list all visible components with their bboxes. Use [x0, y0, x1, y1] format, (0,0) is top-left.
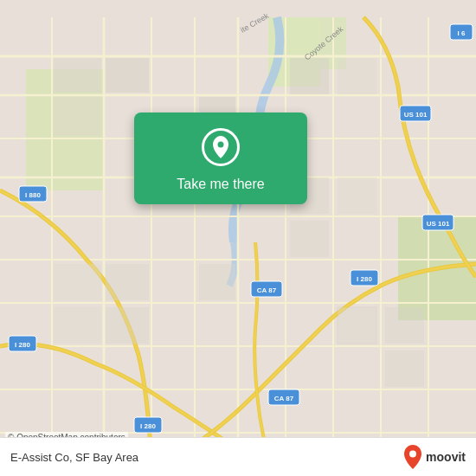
- svg-rect-59: [385, 351, 424, 387]
- location-pin-icon: [211, 136, 230, 158]
- action-card[interactable]: Take me there: [134, 113, 307, 204]
- take-me-there-button[interactable]: Take me there: [177, 177, 264, 192]
- svg-rect-47: [290, 58, 329, 94]
- svg-rect-52: [106, 307, 149, 344]
- svg-rect-51: [106, 264, 149, 300]
- moovit-logo: moovit: [403, 445, 466, 469]
- svg-text:US 101: US 101: [404, 111, 428, 119]
- svg-rect-57: [338, 307, 376, 344]
- moovit-pin-icon: [403, 445, 422, 469]
- svg-rect-49: [54, 264, 101, 300]
- svg-rect-43: [54, 58, 101, 93]
- svg-rect-44: [54, 97, 101, 136]
- location-icon-circle: [202, 128, 240, 166]
- svg-point-63: [409, 451, 416, 458]
- bottom-bar: E-Assist Co, SF Bay Area moovit: [0, 437, 476, 476]
- svg-text:I 880: I 880: [25, 191, 41, 199]
- svg-text:I 6: I 6: [458, 29, 466, 37]
- svg-text:CA 87: CA 87: [257, 286, 277, 294]
- svg-text:I 280: I 280: [15, 341, 30, 349]
- map-background: I 880 I 280 I 280 US 101 US 101 I 6 CA 8…: [0, 0, 476, 476]
- location-name: E-Assist Co, SF Bay Area: [10, 451, 138, 464]
- svg-text:US 101: US 101: [427, 220, 450, 228]
- svg-rect-58: [385, 307, 424, 344]
- svg-rect-56: [338, 177, 376, 214]
- svg-text:I 280: I 280: [140, 422, 156, 430]
- map-container: I 880 I 280 I 280 US 101 US 101 I 6 CA 8…: [0, 0, 476, 476]
- svg-rect-53: [199, 264, 235, 300]
- svg-rect-48: [338, 58, 376, 94]
- svg-point-62: [218, 142, 224, 148]
- svg-text:CA 87: CA 87: [274, 395, 294, 402]
- moovit-text: moovit: [426, 450, 466, 464]
- svg-rect-45: [106, 58, 149, 93]
- svg-rect-55: [290, 221, 329, 257]
- svg-text:I 280: I 280: [357, 275, 372, 283]
- svg-rect-50: [54, 307, 101, 344]
